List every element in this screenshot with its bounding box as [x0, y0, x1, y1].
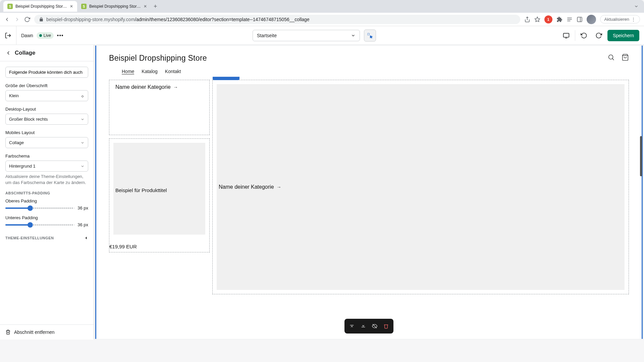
- mobile-layout-label: Mobiles Layout: [5, 130, 88, 135]
- heading-size-select[interactable]: Klein: [5, 90, 88, 101]
- settings-sidebar: Collage Größe der Überschrift Klein Desk…: [0, 45, 94, 340]
- top-padding-value: 36 px: [77, 205, 88, 210]
- sidepanel-icon[interactable]: [577, 16, 583, 22]
- url-host: beispiel-dropshipping-store.myshopify.co…: [46, 17, 135, 22]
- page-selector-label: Startseite: [257, 33, 277, 38]
- nav-home[interactable]: Home: [122, 69, 134, 74]
- shopify-favicon-icon: S: [7, 4, 13, 9]
- theme-settings-label: THEME-EINSTELLUNGEN: [5, 236, 54, 240]
- nav-kontakt[interactable]: Kontakt: [165, 69, 181, 74]
- reload-icon[interactable]: [24, 16, 30, 22]
- star-icon[interactable]: [534, 16, 540, 22]
- close-icon[interactable]: ✕: [70, 4, 73, 9]
- tab-label: Beispiel Dropshipping Store · E: [89, 4, 141, 9]
- move-down-button[interactable]: [358, 321, 369, 331]
- svg-line-13: [612, 59, 614, 60]
- color-scheme-select[interactable]: Hintergrund 1: [5, 161, 88, 172]
- close-icon[interactable]: ✕: [144, 4, 147, 9]
- more-actions-button[interactable]: •••: [57, 33, 64, 39]
- chevron-down-icon: [351, 33, 356, 38]
- save-button[interactable]: Speichern: [607, 30, 639, 41]
- new-tab-button[interactable]: +: [154, 3, 157, 10]
- forward-icon: [14, 16, 20, 22]
- select-value: Großer Block rechts: [9, 117, 48, 122]
- delete-button[interactable]: [381, 321, 391, 331]
- browser-tab[interactable]: S Beispiel Dropshipping Store · D ✕: [3, 1, 77, 12]
- svg-rect-9: [564, 33, 569, 37]
- collage-block[interactable]: Name deiner Kategorie → ↖: [109, 80, 210, 135]
- shopify-favicon-icon: S: [81, 4, 87, 9]
- back-icon[interactable]: [4, 16, 10, 22]
- slider-thumb[interactable]: [28, 205, 33, 211]
- category-label: Name deiner Kategorie: [219, 184, 274, 190]
- search-icon[interactable]: [607, 54, 615, 61]
- arrow-right-icon: →: [173, 84, 178, 90]
- undo-button[interactable]: [578, 29, 590, 42]
- profile-avatar[interactable]: [587, 15, 596, 24]
- theme-settings-toggle[interactable]: THEME-EINSTELLUNGEN: [5, 232, 88, 244]
- tab-label: Beispiel Dropshipping Store · D: [15, 4, 67, 9]
- inspector-button[interactable]: [364, 29, 376, 42]
- select-chevron-icon: [80, 117, 85, 121]
- collage-block[interactable]: Beispiel für Produkttitel €19,99 EUR: [109, 138, 210, 252]
- more-icon: ⋮: [631, 17, 636, 22]
- product-price: €19,99 EUR: [109, 244, 137, 249]
- url-path: /admin/themes/123608236080/editor?sectio…: [135, 17, 309, 22]
- nav-katalog[interactable]: Katalog: [142, 69, 157, 74]
- bottom-padding-label: Unteres Padding: [5, 215, 88, 220]
- share-icon[interactable]: [524, 16, 530, 22]
- store-title: Beispiel Dropshipping Store: [109, 54, 207, 63]
- chrome-update-button[interactable]: Aktualisieren ⋮: [600, 15, 640, 23]
- svg-point-12: [609, 55, 613, 59]
- top-padding-slider[interactable]: [5, 207, 74, 209]
- color-scheme-help: Aktualisiere deine Theme-Einstellungen, …: [5, 174, 88, 186]
- cart-icon[interactable]: [622, 54, 629, 61]
- scrollbar[interactable]: [640, 136, 642, 176]
- theme-name: Dawn: [21, 33, 33, 38]
- lock-icon: [39, 17, 44, 22]
- svg-rect-5: [577, 17, 582, 22]
- bottom-padding-slider[interactable]: [5, 224, 74, 226]
- preview-canvas[interactable]: Beispiel Dropshipping Store Home Katalog…: [95, 46, 643, 339]
- select-chevron-icon: [80, 141, 85, 145]
- svg-marker-11: [86, 237, 87, 239]
- desktop-layout-select[interactable]: Großer Block rechts: [5, 114, 88, 125]
- save-label: Speichern: [613, 33, 634, 38]
- mobile-layout-select[interactable]: Collage: [5, 137, 88, 148]
- color-scheme-label: Farbschema: [5, 154, 88, 159]
- slider-thumb[interactable]: [28, 222, 33, 228]
- live-dot-icon: [39, 34, 42, 37]
- top-padding-label: Oberes Padding: [5, 198, 88, 203]
- section-padding-heading: ABSCHNITTS-PADDING: [5, 191, 88, 195]
- category-label: Name deiner Kategorie: [115, 84, 171, 90]
- tab-overflow-icon[interactable]: [634, 4, 639, 9]
- select-chevron-icon: [80, 164, 85, 168]
- viewport-button[interactable]: [560, 29, 572, 42]
- trash-icon: [5, 329, 11, 335]
- reading-list-icon[interactable]: [567, 16, 573, 22]
- hide-button[interactable]: [369, 321, 380, 331]
- back-button[interactable]: [5, 50, 11, 56]
- address-bar[interactable]: beispiel-dropshipping-store.myshopify.co…: [34, 15, 520, 24]
- svg-rect-8: [368, 33, 369, 35]
- select-value: Hintergrund 1: [9, 164, 36, 169]
- extension-icon[interactable]: 1: [544, 15, 552, 23]
- page-selector[interactable]: Startseite: [253, 30, 360, 41]
- select-chevron-icon: [80, 94, 85, 98]
- exit-editor-icon[interactable]: [5, 32, 11, 39]
- live-label: Live: [44, 33, 51, 38]
- desktop-layout-label: Desktop-Layout: [5, 107, 88, 112]
- arrow-right-icon: →: [277, 184, 281, 190]
- extensions-icon[interactable]: [556, 16, 562, 22]
- move-up-button[interactable]: [346, 321, 357, 331]
- selection-badge: [213, 77, 239, 80]
- remove-section-label: Abschnitt entfernen: [14, 329, 55, 335]
- heading-size-label: Größe der Überschrift: [5, 83, 88, 88]
- collage-block-selected[interactable]: Name deiner Kategorie →: [212, 80, 629, 294]
- context-toolbar: [344, 319, 393, 334]
- browser-tab[interactable]: S Beispiel Dropshipping Store · E ✕: [77, 1, 151, 12]
- heading-text-input[interactable]: [5, 67, 88, 78]
- bottom-padding-value: 36 px: [77, 222, 88, 227]
- redo-button[interactable]: [593, 29, 605, 42]
- remove-section-button[interactable]: Abschnitt entfernen: [0, 324, 94, 340]
